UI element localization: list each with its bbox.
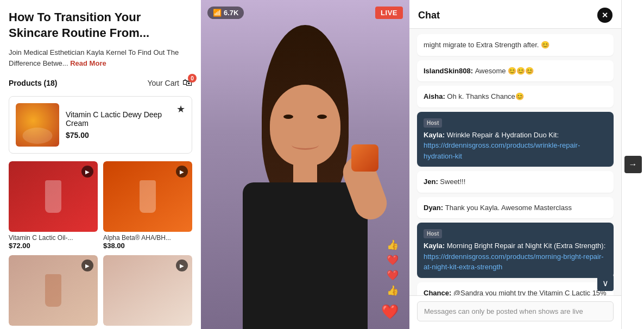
featured-product-image bbox=[16, 103, 59, 147]
message-sender: Kayla: bbox=[424, 242, 447, 250]
message-text: Awesome 😊😊😊 bbox=[475, 67, 534, 75]
chat-footer: Messages can only be posted when shows a… bbox=[409, 295, 621, 329]
chat-message: might migrate to Extra Strength after. 😊 bbox=[417, 34, 614, 56]
featured-product-info: Vitamin C Lactic Dewy Deep Cream $75.00 bbox=[66, 110, 185, 140]
message-text: Oh k. Thanks Chance😊 bbox=[447, 92, 524, 100]
reaction-heart2: ❤️ bbox=[387, 269, 399, 281]
featured-product-name: Vitamin C Lactic Dewy Deep Cream bbox=[66, 110, 185, 128]
arrow-icon: → bbox=[624, 156, 642, 173]
chat-message: Jen: Sweet!!! bbox=[417, 171, 614, 193]
reaction-thumbs: 👍 bbox=[387, 239, 399, 251]
list-item[interactable]: ▶ Vitamin C Lactic Oil-... $72.00 bbox=[9, 161, 98, 250]
message-sender: Chance: bbox=[424, 289, 453, 296]
scroll-down-button[interactable]: ∨ bbox=[597, 275, 614, 291]
star-icon[interactable]: ★ bbox=[176, 103, 185, 115]
play-button[interactable]: ▶ bbox=[176, 260, 188, 271]
host-chat-message: Host Kayla: Wrinkle Repair & Hydration D… bbox=[417, 112, 614, 167]
play-button[interactable]: ▶ bbox=[81, 260, 93, 271]
eye-right bbox=[317, 115, 327, 119]
product-image-3: ▶ bbox=[9, 255, 98, 326]
close-button[interactable]: ✕ bbox=[597, 8, 613, 23]
cart-badge: 0 bbox=[188, 74, 197, 83]
message-sender: Kayla: bbox=[424, 131, 447, 139]
host-badge: Host bbox=[424, 229, 442, 238]
video-overlay-top: 📶 6.7K LIVE bbox=[207, 7, 403, 19]
chat-panel: Chat ✕ might migrate to Extra Strength a… bbox=[409, 0, 621, 329]
featured-product-price: $75.00 bbox=[66, 131, 185, 140]
product-name-1: Vitamin C Lactic Oil-... bbox=[9, 234, 98, 242]
message-sender: Dyan: bbox=[424, 204, 445, 212]
chat-message: Chance: @Sandra you might try the Vitami… bbox=[417, 282, 614, 296]
chat-header: Chat ✕ bbox=[409, 0, 621, 29]
product-image-2: ▶ bbox=[103, 161, 192, 232]
signal-icon: 📶 bbox=[213, 9, 222, 17]
chat-title: Chat bbox=[418, 10, 440, 21]
list-item[interactable]: ▶ bbox=[9, 255, 98, 326]
play-button[interactable]: ▶ bbox=[176, 166, 188, 178]
message-text: might migrate to Extra Strength after. 😊 bbox=[424, 41, 550, 49]
cart-label: Your Cart bbox=[147, 79, 179, 87]
video-content bbox=[224, 0, 387, 329]
page-title: How To Transition Your Skincare Routine … bbox=[9, 10, 192, 41]
play-button[interactable]: ▶ bbox=[81, 166, 93, 178]
chat-placeholder: Messages can only be posted when shows a… bbox=[424, 307, 583, 315]
heart-bottom: ❤️ bbox=[381, 303, 399, 320]
reaction-thumbs2: 👍 bbox=[387, 284, 399, 296]
host-chat-message: Host Kayla: Morning Bright Repair at Nig… bbox=[417, 223, 614, 278]
products-label: Products (18) bbox=[9, 79, 57, 87]
chat-message: Aisha: Oh k. Thanks Chance😊 bbox=[417, 86, 614, 107]
bottle-shape bbox=[140, 180, 156, 213]
bottle-shape bbox=[45, 274, 61, 307]
live-badge: LIVE bbox=[375, 7, 403, 19]
reactions-area: 👍 ❤️ ❤️ 👍 bbox=[387, 239, 399, 296]
chat-message: IslandSkin808: Awesome 😊😊😊 bbox=[417, 60, 614, 82]
reaction-heart1: ❤️ bbox=[387, 254, 399, 266]
cart-area[interactable]: Your Cart 🛍 0 bbox=[147, 77, 192, 88]
nav-arrow-button[interactable]: → bbox=[621, 0, 644, 329]
message-text: Thank you Kayla. Awesome Masterclass bbox=[445, 204, 572, 212]
chat-link[interactable]: https://drdennisgross.com/products/morni… bbox=[424, 252, 604, 271]
product-image-4: ▶ bbox=[103, 255, 192, 326]
message-text: Sweet!!! bbox=[440, 178, 465, 186]
message-text: Wrinkle Repair & Hydration Duo Kit: bbox=[447, 131, 559, 139]
message-sender: Jen: bbox=[424, 178, 440, 186]
product-grid: ▶ Vitamin C Lactic Oil-... $72.00 ▶ Alph… bbox=[9, 161, 192, 326]
products-bar: Products (18) Your Cart 🛍 0 bbox=[9, 77, 192, 88]
featured-product[interactable]: Vitamin C Lactic Dewy Deep Cream $75.00 … bbox=[9, 96, 192, 154]
product-name-2: Alpha Beta® AHA/BH... bbox=[103, 234, 192, 242]
mouth bbox=[292, 140, 319, 150]
product-price-2: $38.00 bbox=[103, 242, 192, 250]
chat-messages: might migrate to Extra Strength after. 😊… bbox=[409, 29, 621, 295]
chat-input: Messages can only be posted when shows a… bbox=[417, 301, 614, 321]
description: Join Medical Esthetician Kayla Kernel To… bbox=[9, 47, 192, 68]
video-panel: 👍 ❤️ ❤️ 👍 ❤️ 📶 6.7K LIVE bbox=[201, 0, 409, 329]
bottle-shape bbox=[45, 180, 61, 213]
product-price-1: $72.00 bbox=[9, 242, 98, 250]
list-item[interactable]: ▶ bbox=[103, 255, 192, 326]
read-more-link[interactable]: Read More bbox=[70, 59, 106, 67]
product-image-1: ▶ bbox=[9, 161, 98, 232]
chat-link[interactable]: https://drdennisgross.com/products/wrink… bbox=[424, 141, 580, 160]
face bbox=[270, 85, 340, 166]
list-item[interactable]: ▶ Alpha Beta® AHA/BH... $38.00 bbox=[103, 161, 192, 250]
chat-message: Dyan: Thank you Kayla. Awesome Mastercla… bbox=[417, 197, 614, 219]
message-sender: IslandSkin808: bbox=[424, 67, 475, 75]
message-text: Morning Bright Repair at Night Kit (Extr… bbox=[447, 242, 606, 250]
product-jar bbox=[351, 144, 378, 172]
message-sender: Aisha: bbox=[424, 92, 447, 100]
video-background: 👍 ❤️ ❤️ 👍 ❤️ 📶 6.7K LIVE bbox=[201, 0, 409, 329]
eye-left bbox=[283, 115, 293, 119]
viewer-count: 📶 6.7K bbox=[207, 7, 244, 19]
host-badge: Host bbox=[424, 118, 442, 128]
torso bbox=[243, 182, 368, 329]
left-panel: How To Transition Your Skincare Routine … bbox=[0, 0, 201, 329]
